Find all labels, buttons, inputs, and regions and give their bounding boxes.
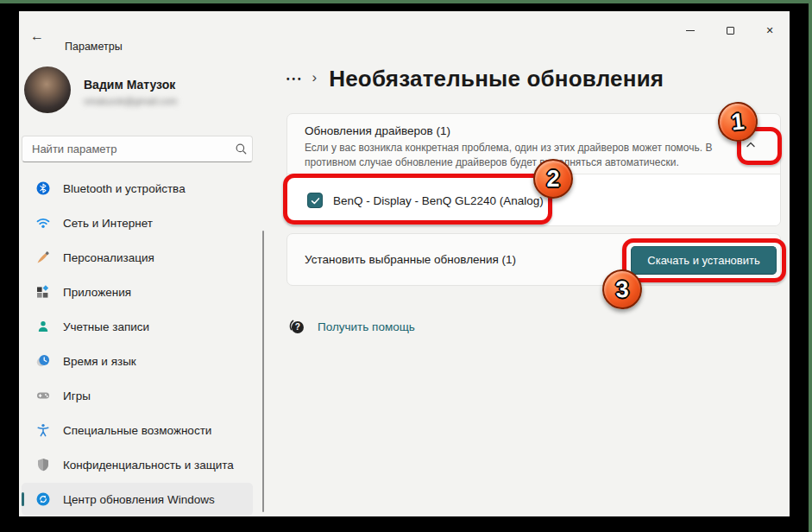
- person-icon: [36, 320, 50, 333]
- annotation-badge-2: 2: [533, 159, 573, 199]
- highlight-rect-driver-checkbox: [283, 174, 552, 225]
- apps-icon: [36, 285, 50, 299]
- sidebar-item-label: Центр обновления Windows: [63, 493, 215, 506]
- sidebar-nav: Bluetooth и устройства Сеть и Интернет П…: [22, 172, 253, 516]
- back-button[interactable]: ←: [26, 27, 48, 46]
- bluetooth-icon: [36, 181, 50, 195]
- breadcrumb: ••• › Необязательные обновления: [286, 65, 664, 92]
- user-email-blurred: vmatuzok@gmail.com: [84, 96, 177, 106]
- sidebar-item-label: Сеть и Интернет: [63, 217, 153, 230]
- user-block[interactable]: Вадим Матузок vmatuzok@gmail.com: [24, 66, 257, 115]
- brush-icon: [36, 250, 50, 264]
- maximize-button[interactable]: [710, 11, 750, 49]
- sidebar-item-personalization[interactable]: Персонализация: [22, 241, 253, 274]
- sidebar-item-accessibility[interactable]: Специальные возможности: [22, 414, 253, 446]
- sidebar-item-accounts[interactable]: Учетные записи: [22, 310, 253, 343]
- sidebar-item-label: Учетные записи: [63, 320, 149, 333]
- sidebar-item-label: Конфиденциальность и защита: [63, 459, 234, 472]
- highlight-rect-install-button: [622, 238, 786, 282]
- window-title: Параметры: [65, 41, 123, 53]
- titlebar: ← Параметры ✕: [19, 11, 790, 60]
- minimize-button[interactable]: [670, 11, 710, 49]
- get-help-row: ? Получить помощь: [286, 315, 415, 338]
- page-title: Необязательные обновления: [329, 66, 664, 92]
- minimize-icon: [686, 30, 695, 31]
- sidebar-item-label: Персонализация: [63, 251, 154, 264]
- sidebar-item-network[interactable]: Сеть и Интернет: [22, 206, 253, 239]
- sidebar-item-privacy[interactable]: Конфиденциальность и защита: [22, 448, 253, 481]
- selected-accent-bar: [22, 492, 24, 506]
- sidebar-item-label: Время и язык: [63, 355, 136, 368]
- search-icon[interactable]: [230, 142, 252, 155]
- svg-text:?: ?: [295, 322, 300, 332]
- chevron-right-icon: ›: [312, 69, 318, 86]
- sync-icon: [36, 492, 50, 506]
- settings-window: ← Параметры ✕ Вадим Матузок vmatuzok@gma…: [19, 11, 790, 516]
- accessibility-icon: [36, 423, 50, 437]
- close-icon: ✕: [765, 26, 773, 35]
- search-input[interactable]: [22, 142, 230, 155]
- driver-updates-title: Обновления драйверов (1): [305, 124, 728, 137]
- search-box: [22, 136, 253, 162]
- sidebar-item-gaming[interactable]: Игры: [22, 379, 253, 412]
- sidebar-item-time-language[interactable]: Время и язык: [22, 345, 253, 377]
- maximize-icon: [727, 27, 734, 35]
- screenshot-frame-top: [0, 0, 812, 3]
- close-button[interactable]: ✕: [750, 11, 790, 49]
- sidebar-item-label: Специальные возможности: [63, 424, 211, 437]
- get-help-link[interactable]: Получить помощь: [318, 320, 415, 333]
- driver-updates-header: Обновления драйверов (1) Если у вас возн…: [287, 114, 780, 174]
- sidebar-item-bluetooth[interactable]: Bluetooth и устройства: [22, 172, 253, 205]
- clock-icon: [36, 354, 50, 368]
- get-help-icon: ?: [286, 316, 307, 337]
- sidebar-item-apps[interactable]: Приложения: [22, 276, 253, 308]
- window-controls: ✕: [670, 11, 790, 49]
- back-arrow-icon: ←: [30, 28, 44, 44]
- wifi-icon: [36, 216, 50, 230]
- user-name: Вадим Матузок: [84, 78, 175, 92]
- gamepad-icon: [36, 389, 50, 402]
- sidebar-item-label: Игры: [63, 390, 91, 402]
- sidebar-item-windows-update[interactable]: Центр обновления Windows: [22, 483, 253, 516]
- screenshot-frame-right: [809, 0, 812, 532]
- sidebar-item-label: Приложения: [63, 286, 131, 299]
- breadcrumb-ellipsis[interactable]: •••: [286, 74, 304, 84]
- user-avatar: [24, 66, 71, 113]
- sidebar-item-label: Bluetooth и устройства: [63, 182, 186, 195]
- sidebar-scrollbar[interactable]: [262, 231, 264, 512]
- shield-icon: [36, 458, 50, 472]
- install-updates-label: Установить выбранные обновления (1): [305, 253, 516, 266]
- driver-updates-description: Если у вас возникла конкретная проблема,…: [305, 141, 740, 170]
